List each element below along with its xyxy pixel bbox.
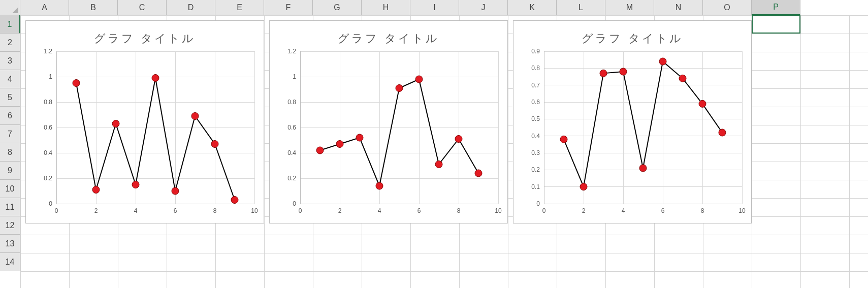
y-tick-label: 1.2	[44, 48, 52, 55]
data-marker	[659, 58, 666, 65]
data-marker	[620, 68, 627, 75]
data-marker	[356, 134, 363, 141]
y-tick-label: 0.9	[531, 48, 540, 55]
data-marker	[191, 113, 199, 120]
x-tick-label: 10	[495, 207, 502, 214]
data-marker	[316, 147, 324, 154]
y-tick-label: 0.2	[531, 166, 540, 173]
x-tick-label: 0	[542, 207, 546, 214]
data-marker	[211, 141, 218, 148]
x-tick-label: 2	[582, 207, 586, 214]
data-marker	[415, 76, 423, 83]
y-tick-label: 0.1	[531, 183, 540, 190]
x-tick-label: 6	[661, 207, 665, 214]
y-tick-label: 0.6	[531, 99, 540, 106]
x-tick-label: 8	[701, 207, 704, 214]
x-tick-label: 8	[213, 207, 217, 214]
x-tick-label: 0	[299, 207, 302, 214]
data-marker	[639, 165, 647, 172]
data-marker	[336, 141, 343, 148]
y-tick-label: 0.8	[44, 99, 52, 106]
y-tick-label: 0.6	[287, 124, 296, 131]
x-tick-label: 2	[338, 207, 342, 214]
y-tick-label: 0	[536, 200, 540, 207]
x-tick-label: 8	[457, 207, 461, 214]
chart-plot-area: 00.20.40.60.811.20246810	[270, 21, 508, 224]
data-marker	[699, 100, 706, 107]
data-marker	[679, 75, 686, 82]
y-tick-label: 0.8	[531, 65, 540, 72]
x-tick-label: 6	[174, 207, 177, 214]
data-marker	[580, 183, 587, 190]
chart-object-3[interactable]: グラフ タイトル00.10.20.30.40.50.60.70.80.90246…	[513, 20, 752, 223]
data-marker	[560, 136, 567, 143]
data-marker	[112, 120, 119, 127]
data-marker	[719, 129, 726, 136]
y-tick-label: 0.2	[44, 175, 52, 182]
x-tick-label: 4	[622, 207, 625, 214]
data-series-line	[76, 78, 235, 200]
y-tick-label: 0.4	[531, 133, 540, 140]
x-tick-label: 6	[417, 207, 421, 214]
y-tick-label: 0.4	[44, 149, 52, 156]
y-tick-label: 0.2	[287, 175, 296, 182]
data-marker	[132, 181, 139, 188]
y-tick-label: 0	[293, 200, 296, 207]
y-tick-label: 1	[49, 73, 52, 80]
x-tick-label: 2	[94, 207, 98, 214]
data-marker	[172, 187, 179, 195]
y-tick-label: 0.4	[287, 149, 296, 156]
y-tick-label: 0.6	[44, 124, 52, 131]
data-marker	[376, 182, 383, 189]
chart-object-2[interactable]: グラフ タイトル00.20.40.60.811.20246810	[269, 20, 508, 223]
data-marker	[435, 161, 442, 168]
y-tick-label: 1.2	[287, 48, 296, 55]
y-tick-label: 0.7	[531, 82, 540, 89]
data-marker	[475, 170, 482, 177]
y-tick-label: 1	[293, 73, 296, 80]
data-marker	[600, 70, 607, 77]
y-tick-label: 0.8	[287, 99, 296, 106]
data-marker	[73, 80, 80, 87]
x-tick-label: 4	[378, 207, 381, 214]
data-marker	[92, 186, 100, 194]
chart-plot-area: 00.10.20.30.40.50.60.70.80.90246810	[513, 21, 752, 224]
chart-plot-area: 00.20.40.60.811.20246810	[26, 21, 265, 224]
y-tick-label: 0.5	[531, 115, 540, 122]
y-tick-label: 0	[49, 200, 52, 207]
worksheet-grid[interactable]: ABCDEFGHIJKLMNOP 1234567891011121314 グラフ…	[0, 0, 868, 288]
chart-object-1[interactable]: グラフ タイトル00.20.40.60.811.20246810	[25, 20, 264, 223]
spreadsheet-viewport: ABCDEFGHIJKLMNOP 1234567891011121314 グラフ…	[0, 0, 868, 288]
data-marker	[152, 75, 159, 82]
x-tick-label: 4	[134, 207, 138, 214]
y-tick-label: 0.3	[531, 149, 540, 156]
data-marker	[455, 136, 462, 143]
x-tick-label: 10	[251, 207, 258, 214]
data-marker	[231, 197, 238, 204]
x-tick-label: 10	[738, 207, 746, 214]
x-tick-label: 0	[55, 207, 58, 214]
data-marker	[396, 85, 403, 92]
data-series-line	[320, 79, 478, 186]
